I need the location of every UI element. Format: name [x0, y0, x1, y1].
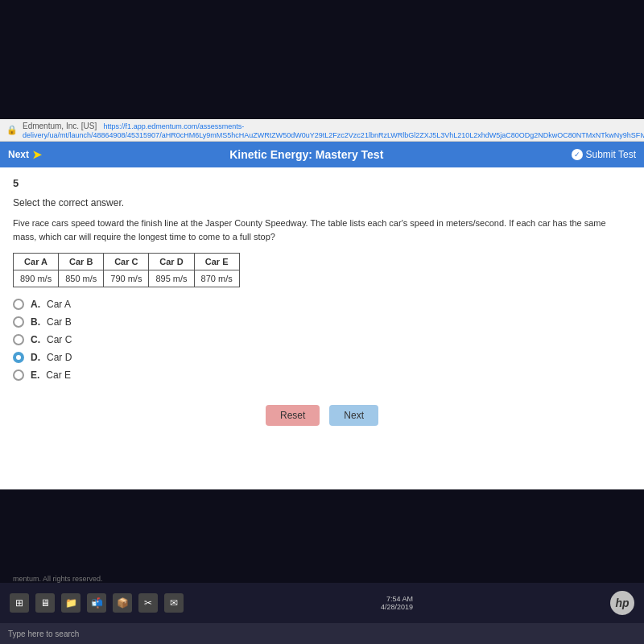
option-a-label: A. — [31, 299, 40, 310]
table-header-care: Car E — [194, 254, 239, 270]
task-icon-5[interactable]: 📦 — [113, 593, 132, 613]
submit-test-area[interactable]: ✓ Submit Test — [572, 149, 636, 160]
next-button[interactable]: Next ➤ — [8, 148, 42, 161]
task-icon-6[interactable]: ✂ — [138, 593, 158, 613]
task-icon-7[interactable]: ✉ — [164, 593, 184, 613]
main-content: 5 Select the correct answer. Five race c… — [0, 167, 644, 489]
option-b[interactable]: B. Car B — [13, 316, 631, 328]
table-header-cara: Car A — [14, 254, 59, 270]
reset-button[interactable]: Reset — [266, 405, 320, 426]
option-c[interactable]: C. Car C — [13, 334, 631, 345]
next-label: Next — [8, 149, 29, 160]
option-d[interactable]: D. Car D — [13, 352, 631, 363]
option-e-text: Car E — [46, 369, 71, 381]
option-d-text: Car D — [47, 352, 72, 363]
table-header-card: Car D — [149, 254, 194, 270]
question-instruction: Select the correct answer. — [13, 197, 631, 208]
url-full: https://f1.app.edmentum.com/assessments-… — [23, 122, 644, 139]
question-number: 5 — [13, 177, 631, 189]
table-header-carb: Car B — [59, 254, 104, 270]
taskbar-icons: ⊞ 🖥 📁 📬 📦 ✂ ✉ — [10, 593, 184, 613]
table-cell-carc: 790 m/s — [104, 270, 149, 287]
page-title: Kinetic Energy: Mastery Test — [229, 148, 383, 161]
options-list: A. Car A B. Car B C. Car C D. Car D — [13, 299, 631, 381]
task-icon-1[interactable]: ⊞ — [10, 593, 29, 613]
next-question-button[interactable]: Next — [329, 405, 378, 426]
option-c-label: C. — [31, 334, 40, 345]
task-icon-4[interactable]: 📬 — [87, 593, 106, 613]
date: 4/28/2019 — [381, 603, 413, 611]
option-e-label: E. — [31, 369, 39, 381]
submit-circle-icon: ✓ — [572, 149, 583, 160]
option-e[interactable]: E. Car E — [13, 369, 631, 381]
taskbar-time: 7:54 AM 4/28/2019 — [381, 595, 413, 611]
footer-copyright: mentum. All rights reserved. — [13, 575, 103, 583]
action-buttons: Reset Next — [13, 397, 631, 442]
url-bar: 🔒 Edmentum, Inc. [US] https://f1.app.edm… — [0, 119, 644, 142]
hp-logo: hp — [610, 591, 634, 615]
url-text: Edmentum, Inc. [US] https://f1.app.edmen… — [23, 122, 644, 139]
option-b-label: B. — [31, 316, 40, 328]
table-cell-care: 870 m/s — [194, 270, 239, 287]
task-icon-2[interactable]: 🖥 — [35, 593, 55, 613]
url-prefix: Edmentum, Inc. [US] — [23, 122, 97, 130]
search-bar[interactable]: Type here to search — [0, 623, 644, 644]
radio-b[interactable] — [13, 316, 24, 328]
next-arrow-icon: ➤ — [32, 148, 42, 161]
radio-a[interactable] — [13, 299, 24, 310]
taskbar: ⊞ 🖥 📁 📬 📦 ✂ ✉ 7:54 AM 4/28/2019 hp — [0, 583, 644, 623]
nav-bar: Next ➤ Kinetic Energy: Mastery Test ✓ Su… — [0, 142, 644, 167]
table-cell-carb: 850 m/s — [59, 270, 104, 287]
radio-c[interactable] — [13, 334, 24, 345]
table-header-carc: Car C — [104, 254, 149, 270]
option-b-text: Car B — [47, 316, 72, 328]
table-cell-cara: 890 m/s — [14, 270, 59, 287]
submit-test-label: Submit Test — [586, 149, 636, 160]
table-cell-card: 895 m/s — [149, 270, 194, 287]
radio-d[interactable] — [13, 352, 24, 363]
option-c-text: Car C — [47, 334, 72, 345]
task-icon-3[interactable]: 📁 — [61, 593, 80, 613]
radio-e[interactable] — [13, 369, 24, 381]
option-a[interactable]: A. Car A — [13, 299, 631, 310]
speed-table: Car A Car B Car C Car D Car E 890 m/s 85… — [13, 253, 240, 287]
option-d-label: D. — [31, 352, 40, 363]
lock-icon: 🔒 — [6, 125, 18, 135]
search-placeholder: Type here to search — [8, 630, 79, 638]
option-a-text: Car A — [47, 299, 71, 310]
question-text: Five race cars speed toward the finish l… — [13, 217, 631, 243]
clock: 7:54 AM — [381, 595, 413, 603]
